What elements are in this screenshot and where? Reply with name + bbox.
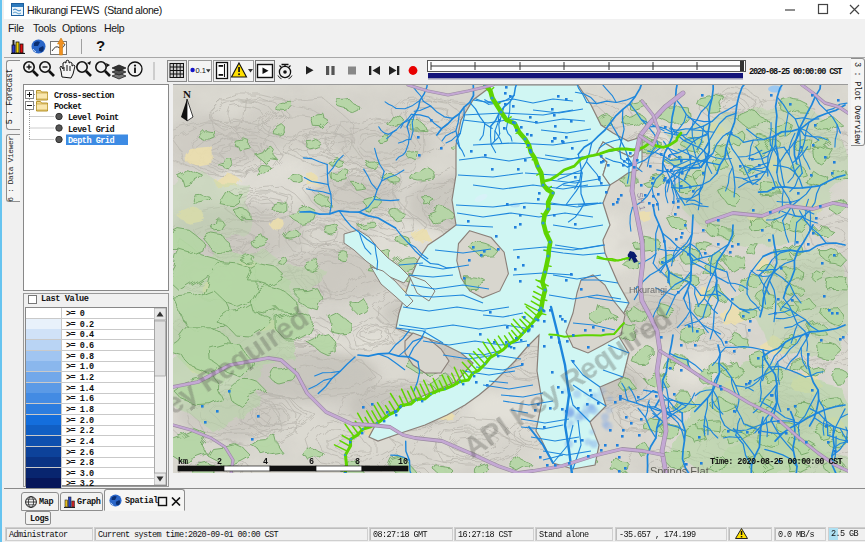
svg-text:N: N bbox=[183, 88, 191, 100]
svg-text:Depth Grid: Depth Grid bbox=[68, 136, 114, 146]
svg-text:Cross-section: Cross-section bbox=[54, 91, 114, 101]
svg-text:Springs Flat: Springs Flat bbox=[650, 465, 709, 473]
svg-text:0.1: 0.1 bbox=[196, 66, 206, 75]
svg-text:km: km bbox=[178, 457, 188, 467]
svg-text:2: 2 bbox=[217, 457, 222, 467]
svg-text:6: 6 bbox=[309, 457, 314, 467]
svg-text:4: 4 bbox=[263, 457, 268, 467]
svg-text:Pocket: Pocket bbox=[54, 102, 82, 112]
svg-text:Level Grid: Level Grid bbox=[68, 125, 114, 135]
svg-text:10: 10 bbox=[398, 457, 408, 467]
svg-text:8: 8 bbox=[355, 457, 360, 467]
svg-text:2020-08-25 00:00:00 CST: 2020-08-25 00:00:00 CST bbox=[749, 67, 842, 77]
svg-text:Hikurangi: Hikurangi bbox=[629, 285, 667, 295]
svg-text:Level Point: Level Point bbox=[68, 113, 119, 123]
svg-text:Time: 2020-08-25 00:00:00 CST: Time: 2020-08-25 00:00:00 CST bbox=[710, 457, 843, 467]
